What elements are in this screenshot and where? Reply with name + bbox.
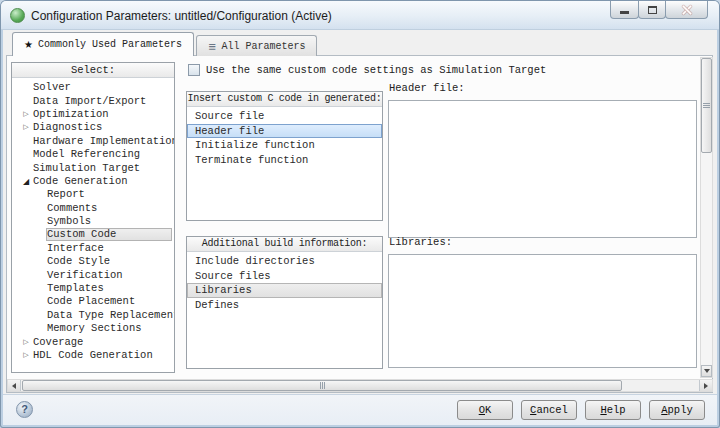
close-icon bbox=[682, 5, 692, 15]
tree-expanded-icon[interactable]: ◢ bbox=[20, 175, 32, 188]
header-file-textarea[interactable] bbox=[388, 100, 697, 238]
tree-item-label: Simulation Target bbox=[32, 162, 172, 175]
star-icon: ★ bbox=[24, 39, 33, 50]
tree-item-label: Optimization bbox=[32, 108, 172, 121]
tree-item-symbols[interactable]: Symbols bbox=[12, 215, 174, 228]
tree-item-label: Templates bbox=[46, 282, 172, 295]
list-item-initialize-function[interactable]: Initialize function bbox=[187, 138, 382, 153]
tree-item-code-placement[interactable]: Code Placement bbox=[12, 295, 174, 308]
tree-item-report[interactable]: Report bbox=[12, 188, 174, 201]
tree-item-code-style[interactable]: Code Style bbox=[12, 255, 174, 268]
tree-collapsed-icon[interactable]: ▷ bbox=[20, 121, 32, 134]
tree-collapsed-icon[interactable]: ▷ bbox=[20, 349, 32, 362]
configuration-parameters-dialog: Configuration Parameters: untitled/Confi… bbox=[0, 0, 720, 428]
horizontal-scrollbar[interactable] bbox=[7, 379, 713, 392]
list-item-source-files[interactable]: Source files bbox=[187, 269, 382, 284]
tree-collapsed-icon[interactable]: ▷ bbox=[20, 336, 32, 349]
header-file-label: Header file: bbox=[389, 82, 465, 94]
cancel-button[interactable]: Cancel bbox=[521, 400, 577, 420]
insert-custom-code-header: Insert custom C code in generated: bbox=[187, 92, 382, 107]
tree-item-verification[interactable]: Verification bbox=[12, 268, 174, 281]
tree-item-label: Verification bbox=[46, 269, 172, 282]
help-icon[interactable]: ? bbox=[16, 401, 33, 418]
list-item-source-file[interactable]: Source file bbox=[187, 109, 382, 124]
tree-item-label: Interface bbox=[46, 242, 172, 255]
tree-item-interface[interactable]: Interface bbox=[12, 242, 174, 255]
tree-item-label: Code Style bbox=[46, 255, 172, 268]
tree-item-memory-sections[interactable]: Memory Sections bbox=[12, 322, 174, 335]
tree-item-label: Comments bbox=[46, 202, 172, 215]
tree-item-comments[interactable]: Comments bbox=[12, 202, 174, 215]
maximize-icon bbox=[648, 6, 657, 14]
libraries-label: Libraries: bbox=[389, 236, 452, 248]
tree-item-data-type-replacement[interactable]: Data Type Replacement bbox=[12, 309, 174, 322]
tree-items: SolverData Import/Export▷Optimization▷Di… bbox=[12, 78, 174, 362]
tab-label: Commonly Used Parameters bbox=[38, 39, 182, 50]
help-button[interactable]: Help bbox=[585, 400, 641, 420]
tree-collapsed-icon[interactable]: ▷ bbox=[20, 108, 32, 121]
tree-item-label: Memory Sections bbox=[46, 322, 172, 335]
insert-custom-code-list: Insert custom C code in generated: Sourc… bbox=[186, 91, 383, 221]
tree-item-coverage[interactable]: ▷Coverage bbox=[12, 335, 174, 348]
tree-item-label: Data Type Replacement bbox=[46, 309, 175, 322]
tree-item-label: Data Import/Export bbox=[32, 95, 172, 108]
scroll-down-icon bbox=[704, 369, 710, 373]
scroll-right-button[interactable] bbox=[699, 380, 712, 391]
list-item-header-file[interactable]: Header file bbox=[187, 124, 382, 139]
list-item-terminate-function[interactable]: Terminate function bbox=[187, 153, 382, 168]
simulink-config-icon bbox=[10, 8, 25, 23]
tree-item-code-generation[interactable]: ◢Code Generation bbox=[12, 175, 174, 188]
scroll-left-icon bbox=[12, 383, 16, 389]
tab-all-parameters[interactable]: ≡ All Parameters bbox=[196, 35, 317, 56]
close-button[interactable] bbox=[665, 1, 708, 19]
list-item-libraries[interactable]: Libraries bbox=[187, 283, 382, 298]
tree-item-label: Code Placement bbox=[46, 295, 172, 308]
tree-item-simulation-target[interactable]: Simulation Target bbox=[12, 161, 174, 174]
additional-build-info-items: Include directoriesSource filesLibraries… bbox=[187, 252, 382, 312]
list-icon: ≡ bbox=[208, 41, 216, 52]
window-title: Configuration Parameters: untitled/Confi… bbox=[31, 9, 332, 23]
tree-item-hardware-implementation[interactable]: Hardware Implementation bbox=[12, 135, 174, 148]
scroll-right-icon bbox=[704, 383, 708, 389]
use-same-custom-code-checkbox[interactable] bbox=[188, 64, 200, 76]
horizontal-scrollbar-thumb[interactable] bbox=[22, 380, 622, 391]
window-controls bbox=[611, 1, 708, 19]
tree-item-label: Model Referencing bbox=[32, 148, 172, 161]
tree-item-label: Hardware Implementation bbox=[32, 135, 175, 148]
tree-item-model-referencing[interactable]: Model Referencing bbox=[12, 148, 174, 161]
same-settings-row: Use the same custom code settings as Sim… bbox=[188, 64, 546, 76]
tab-bar: ★ Commonly Used Parameters ≡ All Paramet… bbox=[12, 32, 317, 56]
scroll-down-button[interactable] bbox=[701, 365, 712, 377]
dialog-buttons: OK Cancel Help Apply bbox=[457, 400, 705, 420]
tree-item-diagnostics[interactable]: ▷Diagnostics bbox=[12, 121, 174, 134]
minimize-icon bbox=[620, 11, 629, 14]
tree-header: Select: bbox=[12, 63, 174, 78]
tab-commonly-used-parameters[interactable]: ★ Commonly Used Parameters bbox=[12, 32, 194, 56]
scroll-left-button[interactable] bbox=[8, 380, 21, 391]
tree-item-hdl-code-generation[interactable]: ▷HDL Code Generation bbox=[12, 349, 174, 362]
list-item-defines[interactable]: Defines bbox=[187, 298, 382, 313]
vertical-scrollbar-thumb[interactable] bbox=[701, 58, 712, 153]
libraries-textarea[interactable] bbox=[388, 254, 697, 368]
checkbox-label: Use the same custom code settings as Sim… bbox=[206, 64, 546, 76]
tree-item-solver[interactable]: Solver bbox=[12, 81, 174, 94]
scrollbar-grip-icon bbox=[320, 382, 325, 389]
tree-item-optimization[interactable]: ▷Optimization bbox=[12, 108, 174, 121]
category-tree: Select: SolverData Import/Export▷Optimiz… bbox=[11, 62, 175, 373]
tree-item-templates[interactable]: Templates bbox=[12, 282, 174, 295]
maximize-button[interactable] bbox=[638, 1, 666, 19]
tree-item-label: Code Generation bbox=[32, 175, 172, 188]
tree-item-data-import-export[interactable]: Data Import/Export bbox=[12, 94, 174, 107]
vertical-scrollbar[interactable] bbox=[700, 57, 713, 378]
footer-bar: ? OK Cancel Help Apply bbox=[3, 394, 717, 425]
ok-button[interactable]: OK bbox=[457, 400, 513, 420]
tree-item-custom-code[interactable]: Custom Code bbox=[12, 228, 174, 241]
tree-item-label: HDL Code Generation bbox=[32, 349, 172, 362]
tree-item-label: Diagnostics bbox=[32, 121, 172, 134]
tab-label: All Parameters bbox=[221, 41, 305, 52]
tree-item-label: Coverage bbox=[32, 336, 172, 349]
list-item-include-directories[interactable]: Include directories bbox=[187, 254, 382, 269]
additional-build-info-header: Additional build information: bbox=[187, 237, 382, 252]
minimize-button[interactable] bbox=[610, 1, 639, 19]
apply-button[interactable]: Apply bbox=[649, 400, 705, 420]
